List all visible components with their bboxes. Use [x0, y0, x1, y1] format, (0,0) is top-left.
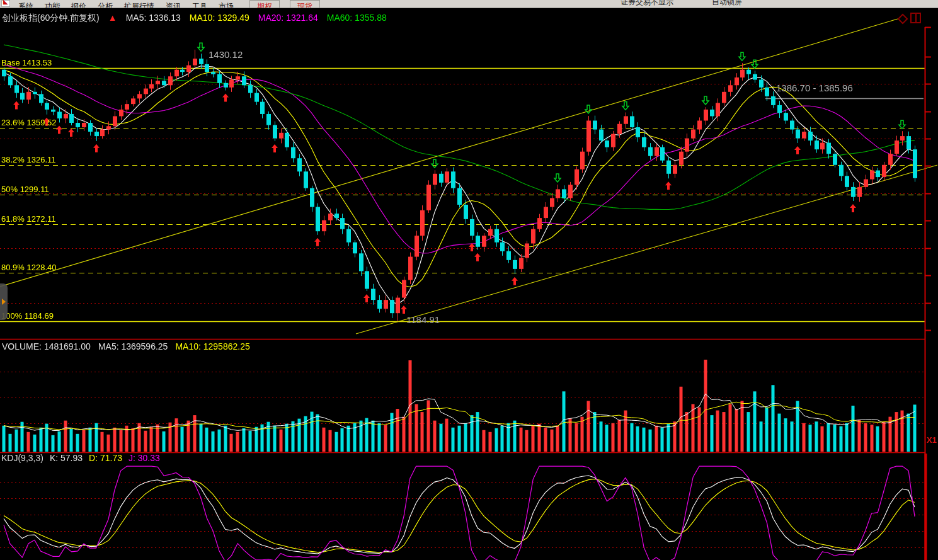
menu-item-5[interactable]: 资讯 [160, 1, 186, 8]
expand-arrow-icon [2, 299, 6, 305]
fib-label-0: Base 1413.53 [1, 58, 52, 67]
chart-window-icon[interactable] [910, 13, 921, 23]
ma-value-3: MA60: 1355.88 [327, 13, 387, 23]
ma-value-1: MA10: 1329.49 [190, 13, 249, 23]
menu-item-0[interactable]: 系统 [13, 1, 39, 8]
volume-value-2: MA10: 1295862.25 [175, 341, 249, 351]
peak-price-label: 1430.12 [209, 49, 243, 60]
menu-item-7[interactable]: 市场 [213, 1, 239, 8]
status-text-lock: 自动锁屏 [712, 0, 742, 8]
menu-item-2[interactable]: 报价 [66, 1, 92, 8]
status-text-trade: 证券交易不显示 [621, 0, 673, 8]
low-price-label: 1184.91 [406, 314, 440, 325]
menu-hot-item-1[interactable]: 现货 [290, 0, 320, 8]
panel-expand-handle[interactable] [0, 283, 8, 320]
volume-scale-label: X1 [927, 435, 937, 445]
ma-value-2: MA20: 1321.64 [258, 13, 318, 23]
kdj-value-1: K: 57.93 [50, 453, 83, 463]
menu-item-3[interactable]: 分析 [92, 1, 118, 8]
menu-hot-item-0[interactable]: 期权 [249, 0, 280, 8]
volume-value-0: VOLUME: 1481691.00 [2, 341, 91, 351]
ma-value-0: MA5: 1336.13 [126, 13, 181, 23]
kdj-value-3: J: 30.33 [129, 453, 160, 463]
menu-item-4[interactable]: 扩展行情 [118, 1, 160, 8]
main-chart-header: 创业板指(60分钟.前复权)▲MA5: 1336.13MA10: 1329.49… [2, 13, 396, 24]
chart-title: 创业板指(60分钟.前复权) [2, 13, 100, 23]
gap-price-label: 1386.70 - 1385.96 [776, 83, 853, 93]
fib-label-5: 80.9% 1228.40 [1, 263, 56, 272]
fib-label-4: 61.8% 1272.11 [1, 214, 56, 224]
kdj-value-2: D: 71.73 [89, 453, 122, 463]
fib-label-1: 23.6% 1359.52 [1, 118, 56, 127]
menu-item-1[interactable]: 功能 [39, 1, 66, 8]
up-arrow-icon: ▲ [108, 13, 117, 23]
fib-label-3: 50% 1299.11 [1, 185, 49, 194]
menu-items: 系统功能报价分析扩展行情资讯工具市场期权现货 [13, 4, 320, 8]
menu-item-6[interactable]: 工具 [186, 1, 213, 8]
volume-header: VOLUME: 1481691.00MA5: 1369596.25MA10: 1… [2, 341, 258, 351]
fib-label-2: 38.2% 1326.11 [1, 155, 56, 164]
app-icon[interactable]: ◣ [1, 0, 10, 7]
menu-bar: ◣ 系统功能报价分析扩展行情资讯工具市场期权现货 证券交易不显示 自动锁屏 [0, 0, 938, 8]
volume-value-1: MA5: 1369596.25 [98, 341, 168, 351]
kdj-header: KDJ(9,3,3)K: 57.93D: 71.73J: 30.33 [1, 453, 166, 463]
kdj-value-0: KDJ(9,3,3) [1, 453, 43, 463]
fib-label-6: 100% 1184.69 [1, 311, 54, 321]
